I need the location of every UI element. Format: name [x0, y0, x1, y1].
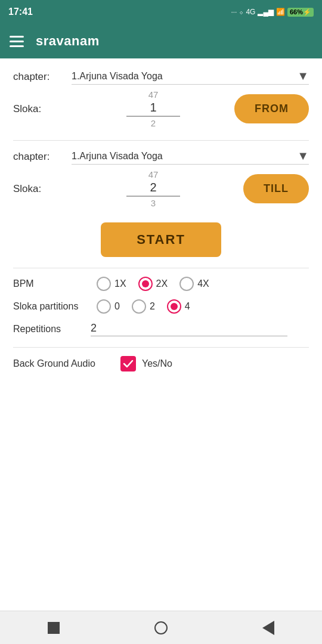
till-chapter-label: chapter:	[13, 151, 67, 163]
status-time: 17:41	[8, 7, 33, 17]
from-sloka-col: 47 1 2	[126, 89, 180, 128]
hamburger-menu[interactable]	[10, 36, 24, 47]
bluetooth-icon: ···	[231, 8, 237, 16]
partition-option-0[interactable]: 0	[97, 299, 120, 314]
partition-radio-4[interactable]	[167, 299, 181, 314]
bpm-label-4x: 4X	[197, 278, 209, 289]
section-divider-3	[13, 347, 309, 348]
stop-button[interactable]	[39, 616, 69, 640]
partition-label-0: 0	[114, 301, 120, 312]
main-content: chapter: 1.Arjuna Visada Yoga ▼ Sloka: 4…	[0, 58, 322, 611]
from-sloka-current[interactable]: 1	[126, 101, 180, 117]
partition-label-4: 4	[185, 301, 190, 312]
section-divider-1	[13, 140, 309, 141]
bpm-radio-4x[interactable]	[179, 277, 194, 291]
repetitions-label: Repetitions	[13, 324, 91, 335]
signal-icon: ▂▄▆	[258, 8, 274, 16]
from-chapter-row: chapter: 1.Arjuna Visada Yoga ▼	[13, 69, 309, 85]
till-sloka-below: 3	[151, 198, 156, 208]
bpm-option-1x[interactable]: 1X	[97, 277, 126, 291]
from-chapter-dropdown[interactable]: 1.Arjuna Visada Yoga ▼	[72, 69, 309, 85]
data-icon: 4G	[246, 8, 255, 16]
from-sloka-above: 47	[148, 89, 159, 100]
back-icon	[262, 621, 274, 635]
app-bar: sravanam	[0, 24, 322, 58]
partition-radio-0[interactable]	[97, 299, 111, 314]
sloka-partitions-row: Sloka partitions 0 2 4	[13, 299, 309, 314]
till-chapter-dropdown[interactable]: 1.Arjuna Visada Yoga ▼	[72, 149, 309, 165]
till-chapter-arrow-icon: ▼	[297, 149, 309, 163]
status-bar: 17:41 ··· ⬦ 4G ▂▄▆ 📶 66% ⚡	[0, 0, 322, 24]
till-chapter-row: chapter: 1.Arjuna Visada Yoga ▼	[13, 149, 309, 165]
home-icon	[154, 621, 168, 634]
till-section: chapter: 1.Arjuna Visada Yoga ▼ Sloka: 4…	[13, 149, 309, 208]
bpm-label-2x: 2X	[156, 278, 168, 289]
from-sloka-label: Sloka:	[13, 103, 67, 115]
repetitions-input[interactable]	[91, 322, 287, 336]
bpm-option-2x[interactable]: 2X	[138, 277, 168, 291]
from-button[interactable]: FROM	[234, 94, 309, 123]
bpm-radio-1x[interactable]	[97, 277, 111, 291]
app-title: sravanam	[36, 33, 100, 49]
partition-label-2: 2	[150, 301, 155, 312]
till-sloka-above: 47	[148, 169, 159, 179]
till-button[interactable]: TILL	[243, 174, 309, 203]
till-sloka-current[interactable]: 2	[126, 181, 180, 197]
start-button[interactable]: START	[101, 222, 221, 257]
till-sloka-area: Sloka: 47 2 3 TILL	[13, 169, 309, 208]
from-sloka-below: 2	[151, 118, 156, 128]
section-divider-2	[13, 268, 309, 268]
checkmark-icon	[123, 358, 134, 369]
stop-icon	[48, 622, 60, 634]
bg-audio-checkbox-container[interactable]: Yes/No	[120, 356, 172, 371]
back-button[interactable]	[253, 616, 283, 640]
yes-no-label: Yes/No	[142, 358, 172, 369]
status-icons: ··· ⬦ 4G ▂▄▆ 📶 66% ⚡	[231, 8, 314, 17]
bpm-label: BPM	[13, 278, 91, 289]
repetitions-row: Repetitions	[13, 322, 309, 336]
start-button-row: START	[13, 222, 309, 257]
till-sloka-col: 47 2 3	[126, 169, 180, 208]
home-button[interactable]	[146, 616, 176, 640]
till-chapter-value: 1.Arjuna Visada Yoga	[72, 151, 293, 162]
from-chapter-label: chapter:	[13, 71, 67, 83]
sloka-partitions-label: Sloka partitions	[13, 301, 91, 312]
bg-audio-label: Back Ground Audio	[13, 358, 120, 369]
from-section: chapter: 1.Arjuna Visada Yoga ▼ Sloka: 4…	[13, 69, 309, 128]
partition-option-2[interactable]: 2	[132, 299, 155, 314]
bpm-label-1x: 1X	[114, 278, 126, 289]
bottom-nav	[0, 611, 322, 644]
bluetooth-symbol: ⬦	[239, 8, 243, 16]
bpm-option-4x[interactable]: 4X	[179, 277, 209, 291]
wifi-icon: 📶	[276, 8, 285, 16]
bpm-row: BPM 1X 2X 4X	[13, 277, 309, 291]
bg-audio-checkbox[interactable]	[120, 356, 136, 371]
battery-icon: 66% ⚡	[287, 8, 314, 17]
from-chapter-arrow-icon: ▼	[297, 69, 309, 83]
partition-radio-2[interactable]	[132, 299, 146, 314]
till-sloka-label: Sloka:	[13, 183, 67, 195]
from-sloka-area: Sloka: 47 1 2 FROM	[13, 89, 309, 128]
bpm-radio-2x[interactable]	[138, 277, 153, 291]
charge-icon: ⚡	[303, 8, 311, 16]
bg-audio-row: Back Ground Audio Yes/No	[13, 356, 309, 371]
from-chapter-value: 1.Arjuna Visada Yoga	[72, 71, 293, 82]
partition-option-4[interactable]: 4	[167, 299, 190, 314]
